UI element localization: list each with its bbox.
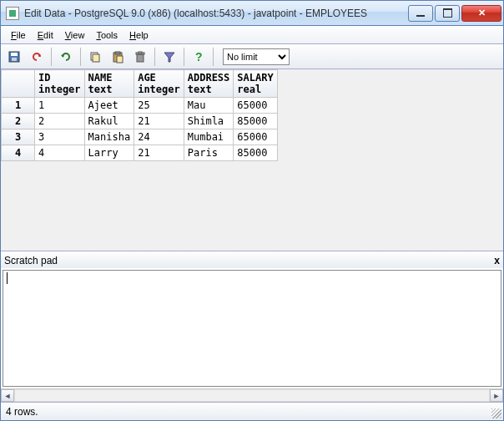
grid-cell[interactable]: 21 [134, 114, 184, 129]
refresh-button[interactable] [56, 47, 76, 67]
menu-view[interactable]: View [60, 28, 90, 42]
help-button[interactable]: ? [189, 47, 209, 67]
grid-cell[interactable]: Mumbai [184, 129, 234, 145]
row-limit-select[interactable]: No limit [223, 48, 290, 65]
grid-cell[interactable]: 85000 [234, 114, 277, 129]
separator [184, 48, 184, 66]
svg-rect-7 [117, 56, 123, 63]
svg-rect-1 [11, 53, 18, 56]
row-header[interactable]: 4 [2, 145, 35, 161]
column-header[interactable]: NAMEtext [84, 70, 134, 98]
delete-button[interactable] [130, 47, 150, 67]
scroll-track[interactable] [14, 389, 490, 402]
undo-button[interactable] [27, 47, 47, 67]
grid-cell[interactable]: 24 [134, 129, 184, 145]
grid-cell[interactable]: 1 [35, 98, 85, 114]
column-header[interactable]: ADDRESStext [184, 70, 234, 98]
window-title: Edit Data - PostgreSQL 9.0 (x86) (localh… [24, 8, 406, 19]
refresh-icon [59, 50, 73, 63]
delete-icon [134, 50, 147, 63]
separator [154, 48, 155, 66]
row-header[interactable]: 1 [2, 98, 35, 114]
separator [80, 48, 81, 66]
separator [213, 48, 214, 66]
copy-icon [88, 50, 102, 63]
menu-bar: File Edit View Tools Help [1, 26, 503, 44]
status-text: 4 rows. [6, 406, 38, 418]
grid-cell[interactable]: Larry [84, 145, 134, 161]
svg-rect-10 [139, 52, 142, 53]
column-header[interactable]: SALARYreal [234, 70, 277, 98]
scroll-right-arrow[interactable]: ► [490, 389, 503, 402]
filter-button[interactable] [159, 47, 179, 67]
grid-cell[interactable]: 65000 [234, 129, 277, 145]
row-header[interactable]: 3 [2, 129, 35, 145]
menu-edit[interactable]: Edit [33, 28, 58, 42]
grid-cell[interactable]: Ajeet [84, 98, 134, 114]
close-button[interactable] [461, 5, 501, 22]
grid-cell[interactable]: Manisha [84, 129, 134, 145]
separator [51, 48, 52, 66]
grid-cell[interactable]: 85000 [234, 145, 277, 161]
grid-cell[interactable]: Rakul [84, 114, 134, 129]
svg-rect-8 [137, 54, 144, 62]
grid-cell[interactable]: 4 [35, 145, 85, 161]
app-icon [6, 7, 19, 20]
menu-tools[interactable]: Tools [91, 28, 123, 42]
scratch-pad-header: Scratch pad x [1, 251, 503, 268]
save-button[interactable] [4, 47, 24, 67]
save-icon [8, 50, 21, 63]
paste-button[interactable] [108, 47, 128, 67]
svg-rect-4 [93, 54, 99, 62]
grid-cell[interactable]: 21 [134, 145, 184, 161]
row-header[interactable]: 2 [2, 114, 35, 129]
svg-rect-6 [115, 52, 120, 54]
grid-cell[interactable]: Mau [184, 98, 234, 114]
menu-file[interactable]: File [6, 28, 31, 42]
title-bar: Edit Data - PostgreSQL 9.0 (x86) (localh… [1, 1, 503, 26]
scratch-pad-close[interactable]: x [494, 255, 500, 266]
help-icon: ? [192, 50, 205, 63]
minimize-button[interactable] [408, 5, 433, 22]
grid-cell[interactable]: 3 [35, 129, 85, 145]
grid-corner[interactable] [2, 70, 35, 98]
grid-cell[interactable]: 25 [134, 98, 184, 114]
data-grid[interactable]: IDinteger NAMEtext AGEinteger ADDRESStex… [1, 69, 503, 251]
toolbar: ? No limit [1, 44, 503, 69]
svg-rect-2 [12, 58, 17, 61]
menu-help[interactable]: Help [124, 28, 154, 42]
filter-icon [163, 50, 176, 63]
scratch-pad-textarea[interactable] [3, 270, 501, 387]
grid-cell[interactable]: 2 [35, 114, 85, 129]
grid-cell[interactable]: Shimla [184, 114, 234, 129]
maximize-button[interactable] [435, 5, 460, 22]
grid-cell[interactable]: Paris [184, 145, 234, 161]
undo-icon [30, 50, 43, 63]
column-header[interactable]: IDinteger [35, 70, 85, 98]
resize-gripper[interactable] [491, 408, 501, 418]
svg-text:?: ? [195, 50, 203, 63]
scroll-left-arrow[interactable]: ◄ [1, 389, 14, 402]
grid-cell[interactable]: 65000 [234, 98, 277, 114]
status-bar: 4 rows. [1, 402, 503, 420]
paste-icon [111, 50, 124, 63]
horizontal-scrollbar[interactable]: ◄ ► [1, 388, 503, 402]
scratch-pad-title: Scratch pad [4, 255, 58, 266]
copy-button[interactable] [85, 47, 105, 67]
column-header[interactable]: AGEinteger [134, 70, 184, 98]
